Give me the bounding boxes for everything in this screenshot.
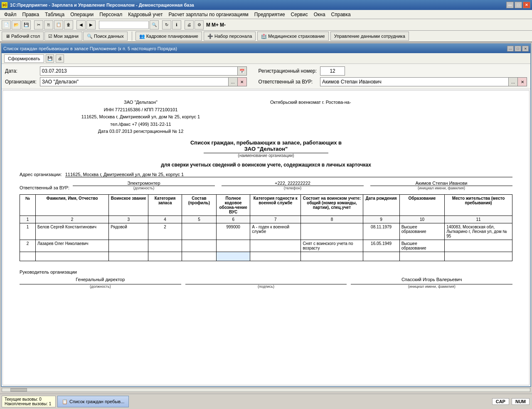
reg-label: Регистрационный номер:: [259, 68, 317, 74]
menu-edit[interactable]: Правка: [20, 11, 42, 18]
org-clear-btn[interactable]: ✕: [238, 77, 247, 86]
hnum-10: 10: [399, 216, 444, 223]
th-vus: Полное кодовое обозна-чение ВУС: [216, 194, 250, 216]
form-toolbar: Сформировать 💾 🖨: [2, 53, 530, 64]
org-select-btn[interactable]: …: [229, 77, 238, 86]
resp-block: Ответственный за ВУР: Электромонтер (дол…: [20, 181, 512, 190]
active-status: [301, 252, 363, 261]
save-form-icon[interactable]: 💾: [46, 54, 54, 63]
print-form-icon[interactable]: 🖨: [56, 54, 64, 63]
app-title: 1С:Предприятие - Зарплата и Управление П…: [10, 2, 194, 7]
delete-btn[interactable]: 🗑: [64, 20, 73, 29]
menu-windows[interactable]: Окна: [311, 11, 328, 18]
footer-position-block: Генеральный директор (должность): [20, 277, 181, 289]
menu-hr[interactable]: Кадровый учет: [126, 11, 165, 18]
doc-header: ЗАО "Дельтаон" ИНН 7721165386 / КПП 7721…: [20, 99, 512, 135]
menu-operations[interactable]: Операции: [68, 11, 96, 18]
active-dob: [363, 252, 399, 261]
open-btn[interactable]: 📂: [12, 20, 21, 29]
footer-position-val: Генеральный директор: [20, 277, 181, 284]
my-tasks-btn[interactable]: ☑ Мои задачи: [44, 32, 82, 41]
new-btn[interactable]: 📄: [2, 20, 11, 29]
info-btn[interactable]: ℹ: [172, 20, 181, 29]
forward-btn[interactable]: ▶: [86, 20, 96, 29]
win-close-btn[interactable]: ✕: [522, 46, 529, 51]
menu-payroll[interactable]: Расчет зарплаты по организациям: [166, 11, 251, 18]
hscroll-area: [1, 387, 531, 393]
title-bar: 1С 1С:Предприятие - Зарплата и Управлени…: [0, 0, 532, 10]
resp-pos-sub: (должность): [73, 186, 215, 190]
resp-select-btn[interactable]: …: [509, 77, 518, 86]
row1-cat: 2: [148, 223, 182, 240]
paste-btn[interactable]: 📋: [54, 20, 63, 29]
hscroll-bar[interactable]: [2, 388, 530, 392]
insurance-btn[interactable]: 🏥 Медицинское страхование: [257, 32, 328, 41]
win-maximize-btn[interactable]: □: [515, 46, 521, 51]
hnum-6: 6: [216, 216, 250, 223]
save-btn[interactable]: 💾: [22, 20, 31, 29]
org-input[interactable]: ЗАО "Дельтаон": [40, 77, 229, 86]
search-btn[interactable]: 🔍: [150, 20, 159, 29]
date-field-group: 03.07.2013 📅: [40, 66, 247, 76]
back-btn[interactable]: ◀: [76, 20, 86, 29]
resp-input[interactable]: Акимов Степан Иванович: [320, 77, 509, 86]
menu-help[interactable]: Справка: [329, 11, 353, 18]
resp-name-sub: (инициал имени, фамилия): [370, 186, 512, 190]
active-num: [20, 252, 36, 261]
reg-input[interactable]: 12: [320, 66, 345, 76]
employee-data-btn[interactable]: Управление данными сотрудника: [330, 32, 409, 41]
generate-btn[interactable]: Сформировать: [4, 54, 44, 63]
hscroll-thumb[interactable]: [10, 388, 27, 392]
active-vus[interactable]: [216, 252, 250, 261]
current-calls: Текущие вызовы: 0: [5, 397, 53, 402]
settings-btn[interactable]: ⚙: [195, 20, 204, 29]
window-title: Список граждан пребывающих в запасе Прил…: [3, 46, 177, 51]
refresh-btn[interactable]: ↻: [162, 20, 171, 29]
desktop-btn[interactable]: 🖥 Рабочий стол: [2, 32, 44, 41]
close-btn[interactable]: ✕: [523, 2, 530, 8]
date-input[interactable]: 03.07.2013: [40, 66, 238, 76]
desktop-icon: 🖥: [5, 34, 10, 39]
menu-enterprise[interactable]: Предприятие: [252, 11, 288, 18]
row2-rank: [109, 240, 148, 252]
hr-planning-btn[interactable]: 👥 Кадровое планирование: [135, 32, 202, 41]
minimize-btn[interactable]: —: [506, 2, 514, 8]
th-dob: Дата рождения: [363, 194, 399, 216]
print-btn[interactable]: 🖨: [185, 20, 194, 29]
win-minimize-btn[interactable]: —: [507, 46, 514, 51]
recruitment-btn[interactable]: ➕ Набор персонала: [204, 32, 256, 41]
th-rank: Воинское звание: [109, 194, 148, 216]
menu-service[interactable]: Сервис: [288, 11, 310, 18]
addr-block: Адрес организации: 111625, Москва г, Дми…: [20, 172, 512, 177]
maximize-btn[interactable]: □: [515, 2, 522, 8]
main-title-2: ЗАО "Дельтаон": [20, 146, 512, 152]
menu-personnel[interactable]: Персонал: [97, 11, 125, 18]
footer-name-val: Спасский Игорь Валерьевич: [351, 277, 512, 284]
row2-comp: [182, 240, 216, 252]
resp-clear-btn[interactable]: ✕: [518, 77, 527, 86]
search-data-btn[interactable]: 🔍 Поиск данных: [83, 32, 128, 41]
th-edu: Образование: [399, 194, 444, 216]
hnum-8: 8: [301, 216, 363, 223]
status-indicators: CAP NUM: [491, 398, 530, 405]
footer-name-block: Спасский Игорь Валерьевич (инициал имени…: [351, 277, 512, 289]
date-label: Дата:: [5, 68, 37, 74]
resp-position-block: Электромонтер (должность): [73, 181, 215, 190]
form-fields: Дата: 03.07.2013 📅 Регистрационный номер…: [2, 64, 530, 89]
copy-btn[interactable]: ⎘: [44, 20, 53, 29]
date-calendar-btn[interactable]: 📅: [238, 66, 247, 76]
doc-scroll-area[interactable]: ЗАО "Дельтаон" ИНН 7721165386 / КПП 7721…: [2, 90, 530, 385]
menu-table[interactable]: Таблица: [42, 11, 67, 18]
org-phone: тел./факс +7 (499) 331-22-11: [20, 121, 262, 128]
taskbar-doc-item[interactable]: 📋 Список граждан пребыв...: [57, 396, 129, 407]
search-input[interactable]: [99, 21, 149, 29]
hnum-9: 9: [363, 216, 399, 223]
addr-org-label: Адрес организации:: [20, 172, 62, 177]
active-rank: [109, 252, 148, 261]
addr-org-value: 111625, Москва г, Дмитриевский ул, дом №…: [65, 172, 512, 177]
cut-btn[interactable]: ✂: [34, 20, 43, 29]
inn-kpp: ИНН 7721165386 / КПП 772100101: [20, 106, 262, 114]
org-info-block: ЗАО "Дельтаон" ИНН 7721165386 / КПП 7721…: [20, 99, 262, 135]
menu-file[interactable]: Файл: [2, 11, 19, 18]
active-cat: [148, 252, 182, 261]
